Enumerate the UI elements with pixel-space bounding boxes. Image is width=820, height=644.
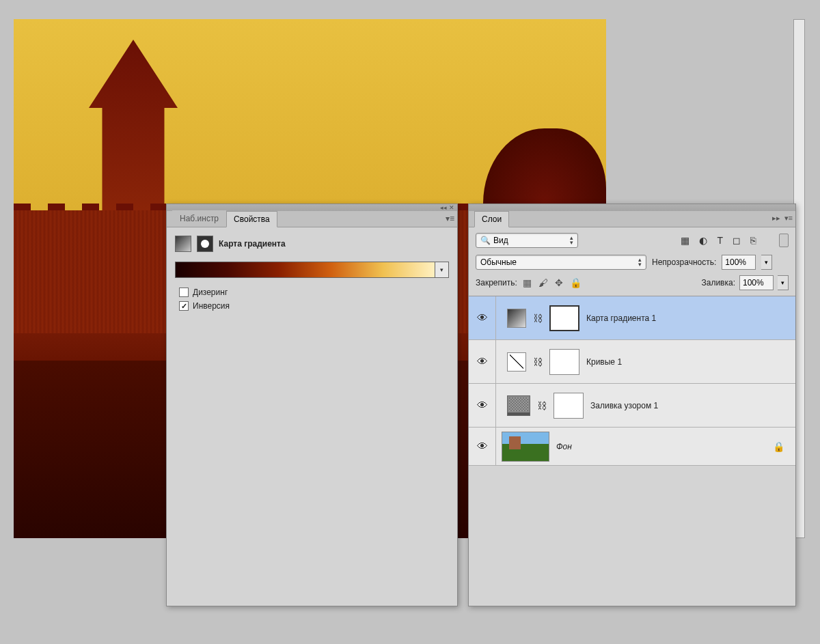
pattern-fill-thumb-icon[interactable] (507, 395, 530, 416)
updown-icon: ▴▾ (570, 236, 573, 245)
fill-label: Заливка: (701, 278, 735, 288)
filter-toggle-switch[interactable] (779, 234, 789, 247)
opacity-input[interactable]: 100% (722, 255, 756, 270)
fill-value: 100% (743, 278, 764, 288)
dither-checkbox[interactable] (179, 288, 189, 297)
layer-row-curves[interactable]: 👁 ⛓ Кривые 1 (469, 340, 795, 384)
tab-properties[interactable]: Свойства (226, 211, 277, 227)
filter-shape-icon[interactable]: ◻ (733, 235, 741, 246)
blend-mode-value: Обычные (480, 257, 517, 267)
visibility-icon[interactable]: 👁 (477, 356, 488, 368)
layer-mask-thumb[interactable] (549, 349, 579, 375)
layer-filter-dropdown[interactable]: 🔍 Вид ▴▾ (476, 233, 578, 248)
panel-menu-icon[interactable]: ▾≡ (446, 214, 454, 223)
layer-row-background[interactable]: 👁 Фон 🔒 (469, 428, 795, 466)
layer-mask-icon[interactable] (197, 236, 213, 252)
link-icon[interactable]: ⛓ (533, 313, 543, 324)
filter-dropdown-label: Вид (493, 236, 508, 245)
visibility-icon[interactable]: 👁 (477, 400, 488, 412)
lock-label: Закрепить: (476, 278, 517, 288)
invert-checkbox[interactable] (179, 301, 189, 311)
invert-row: Инверсия (179, 301, 449, 311)
layer-row-gradient-map[interactable]: 👁 ⛓ Карта градиента 1 (469, 296, 795, 340)
layers-controls: 🔍 Вид ▴▾ ▦ ◐ T ◻ ⎘ Обычные ▴▾ Непрозрачн… (469, 227, 795, 296)
lock-all-icon[interactable]: 🔒 (570, 277, 582, 288)
layer-filter-row: 🔍 Вид ▴▾ ▦ ◐ T ◻ ⎘ (476, 233, 789, 248)
fill-dropdown-icon[interactable]: ▾ (778, 275, 789, 290)
dither-row: Дизеринг (179, 288, 449, 297)
blend-mode-dropdown[interactable]: Обычные ▴▾ (476, 255, 646, 270)
layers-titlebar[interactable] (469, 204, 795, 211)
close-icon[interactable]: ✕ (449, 204, 454, 211)
opacity-value: 100% (725, 257, 746, 267)
layer-mask-thumb[interactable] (549, 305, 579, 331)
properties-title: Карта градиента (219, 239, 286, 249)
fill-input[interactable]: 100% (739, 275, 774, 290)
collapse-icon[interactable]: ◂◂ (440, 204, 447, 211)
lock-icons-group: ▦ 🖌 ✥ 🔒 (523, 277, 582, 288)
filter-type-icon[interactable]: T (717, 235, 723, 246)
gradient-map-thumb-icon[interactable] (507, 309, 526, 328)
dither-label: Дизеринг (193, 288, 228, 297)
panel-menu-icon[interactable]: ▾≡ (784, 214, 793, 223)
expand-icon[interactable]: ▸▸ (772, 214, 780, 223)
lock-position-icon[interactable]: ✥ (555, 277, 563, 288)
gradient-map-adjustment-icon[interactable] (175, 236, 191, 252)
layer-name-label[interactable]: Кривые 1 (586, 357, 622, 367)
opacity-label: Непрозрачность: (652, 257, 716, 267)
layer-mask-thumb[interactable] (554, 393, 584, 419)
curves-thumb-icon[interactable] (507, 352, 526, 372)
gradient-picker (175, 262, 449, 278)
tab-tool-presets[interactable]: Наб.инстр (172, 210, 226, 227)
layers-panel: Слои ▸▸ ▾≡ 🔍 Вид ▴▾ ▦ ◐ T ◻ ⎘ Обычные ▴▾ (468, 204, 796, 606)
visibility-icon[interactable]: 👁 (477, 440, 488, 453)
blend-opacity-row: Обычные ▴▾ Непрозрачность: 100% ▾ (476, 255, 789, 270)
layer-row-pattern-fill[interactable]: 👁 ⛓ Заливка узором 1 (469, 384, 795, 428)
layer-name-label[interactable]: Карта градиента 1 (586, 313, 656, 323)
filter-pixel-icon[interactable]: ▦ (681, 235, 689, 246)
invert-label: Инверсия (193, 301, 230, 311)
filter-adjustment-icon[interactable]: ◐ (699, 235, 707, 246)
properties-panel: ◂◂ ✕ Наб.инстр Свойства ▾≡ Карта градиен… (166, 204, 458, 606)
gradient-preview[interactable] (175, 262, 435, 278)
tab-layers[interactable]: Слои (474, 211, 509, 227)
layer-filter-icons: ▦ ◐ T ◻ ⎘ (681, 235, 756, 246)
opacity-dropdown-icon[interactable]: ▾ (761, 255, 772, 270)
layers-tabs: Слои (469, 211, 795, 227)
layer-list: 👁 ⛓ Карта градиента 1 👁 ⛓ Кривые 1 👁 (469, 296, 795, 466)
lock-icon: 🔒 (773, 441, 784, 452)
background-thumb[interactable] (502, 432, 549, 462)
lock-paint-icon[interactable]: 🖌 (538, 277, 548, 288)
lock-fill-row: Закрепить: ▦ 🖌 ✥ 🔒 Заливка: 100% ▾ (476, 275, 789, 290)
visibility-icon[interactable]: 👁 (477, 312, 488, 324)
link-icon[interactable]: ⛓ (537, 400, 547, 411)
gradient-dropdown-icon[interactable] (435, 262, 449, 278)
properties-tabs: Наб.инстр Свойства (167, 211, 457, 227)
search-icon: 🔍 (480, 236, 491, 245)
filter-smartobject-icon[interactable]: ⎘ (750, 235, 756, 246)
properties-body: Карта градиента Дизеринг Инверсия (167, 227, 457, 323)
lock-transparency-icon[interactable]: ▦ (523, 277, 532, 288)
layer-name-label[interactable]: Заливка узором 1 (590, 401, 658, 410)
layer-name-label[interactable]: Фон (556, 442, 572, 451)
updown-icon: ▴▾ (638, 257, 642, 267)
link-icon[interactable]: ⛓ (533, 356, 543, 367)
properties-header: Карта градиента (175, 236, 449, 252)
